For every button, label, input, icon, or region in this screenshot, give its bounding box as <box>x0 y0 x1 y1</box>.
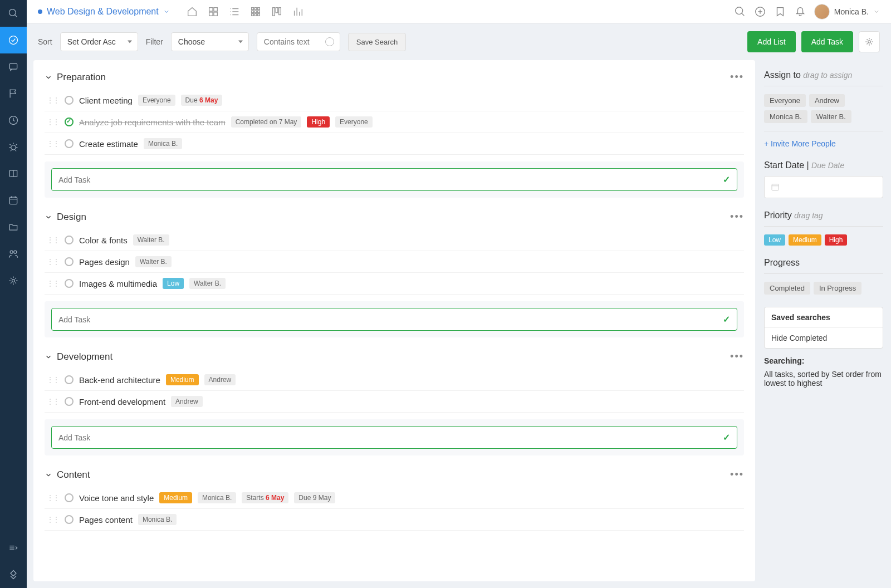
add-icon[interactable] <box>754 6 766 18</box>
bell-icon[interactable] <box>794 6 806 18</box>
priority-tag[interactable]: Medium <box>789 234 821 246</box>
nav-bug[interactable] <box>0 134 27 160</box>
list-menu[interactable]: ••• <box>730 71 744 83</box>
task-check[interactable] <box>65 257 74 266</box>
task-tag[interactable]: Due 6 May <box>181 95 223 106</box>
search-input[interactable] <box>264 37 322 46</box>
task-tag[interactable]: Due 9 May <box>294 492 335 503</box>
task-tag[interactable]: Andrew <box>171 396 203 407</box>
task-check[interactable] <box>65 375 74 384</box>
task-check[interactable] <box>65 493 74 502</box>
task-row[interactable]: ⋮⋮Images & multimediaLowWalter B. <box>45 273 744 295</box>
task-tag[interactable]: Walter B. <box>133 234 169 246</box>
nav-time[interactable] <box>0 107 27 134</box>
nav-tasks[interactable] <box>0 27 27 53</box>
drag-handle[interactable]: ⋮⋮ <box>47 516 59 523</box>
task-row[interactable]: ⋮⋮Front-end developmentAndrew <box>45 391 744 413</box>
nav-book[interactable] <box>0 160 27 187</box>
drag-handle[interactable]: ⋮⋮ <box>47 494 59 502</box>
add-task-input[interactable] <box>58 315 723 324</box>
task-check[interactable] <box>65 117 74 126</box>
drag-handle[interactable]: ⋮⋮ <box>47 140 59 148</box>
view-board[interactable] <box>270 5 283 18</box>
add-task-confirm[interactable]: ✓ <box>723 174 730 185</box>
sort-select[interactable]: Set Order Asc <box>60 32 138 51</box>
search-icon[interactable] <box>734 6 746 18</box>
list-header[interactable]: Design••• <box>45 200 744 229</box>
task-tag[interactable]: Everyone <box>335 116 373 128</box>
nav-chat[interactable] <box>0 53 27 80</box>
task-check[interactable] <box>65 515 74 524</box>
task-tag[interactable]: Medium <box>166 374 199 385</box>
settings-button[interactable] <box>859 31 880 52</box>
drag-handle[interactable]: ⋮⋮ <box>47 280 59 287</box>
assignee-tag[interactable]: Monica B. <box>764 110 807 123</box>
view-grid[interactable] <box>207 5 220 18</box>
task-row[interactable]: ⋮⋮Voice tone and styleMediumMonica B.Sta… <box>45 487 744 509</box>
add-task-input[interactable] <box>58 433 723 442</box>
task-tag[interactable]: Walter B. <box>135 256 172 267</box>
task-check[interactable] <box>65 397 74 406</box>
task-row[interactable]: ⋮⋮Color & fontsWalter B. <box>45 229 744 251</box>
add-task-input-wrap[interactable]: ✓ <box>51 168 737 191</box>
list-header[interactable]: Development••• <box>45 340 744 369</box>
view-list[interactable] <box>228 5 241 18</box>
task-tag[interactable]: Walter B. <box>189 278 226 289</box>
add-task-input[interactable] <box>58 175 723 184</box>
nav-brand[interactable] <box>0 561 27 588</box>
progress-tag[interactable]: In Progress <box>814 282 861 295</box>
task-check[interactable] <box>65 236 74 244</box>
bookmark-icon[interactable] <box>774 6 786 18</box>
add-list-button[interactable]: Add List <box>747 31 796 52</box>
drag-handle[interactable]: ⋮⋮ <box>47 96 59 104</box>
nav-flag[interactable] <box>0 80 27 107</box>
project-selector[interactable]: Web Design & Development <box>38 7 170 17</box>
user-menu[interactable]: Monica B. <box>814 4 880 19</box>
add-task-confirm[interactable]: ✓ <box>723 432 730 443</box>
task-tag[interactable]: Monica B. <box>198 492 236 503</box>
drag-handle[interactable]: ⋮⋮ <box>47 118 59 126</box>
drag-handle[interactable]: ⋮⋮ <box>47 376 59 384</box>
assignee-tag[interactable]: Andrew <box>809 94 845 107</box>
date-picker[interactable] <box>764 176 883 198</box>
view-chart[interactable] <box>291 5 305 18</box>
nav-files[interactable] <box>0 214 27 241</box>
view-home[interactable] <box>185 5 199 18</box>
assignee-tag[interactable]: Everyone <box>764 94 806 107</box>
nav-calendar[interactable] <box>0 187 27 214</box>
filter-select[interactable]: Choose <box>171 32 249 51</box>
task-tag[interactable]: High <box>307 116 330 128</box>
saved-search-item[interactable]: Hide Completed <box>765 328 883 348</box>
task-row[interactable]: ⋮⋮Back-end architectureMediumAndrew <box>45 369 744 391</box>
drag-handle[interactable]: ⋮⋮ <box>47 258 59 266</box>
invite-link[interactable]: + Invite More People <box>764 139 883 148</box>
progress-tag[interactable]: Completed <box>764 282 810 295</box>
task-row[interactable]: ⋮⋮Create estimateMonica B. <box>45 133 744 155</box>
task-tag[interactable]: Andrew <box>204 374 236 385</box>
list-menu[interactable]: ••• <box>730 469 744 481</box>
task-row[interactable]: ⋮⋮Analyze job requirements with the team… <box>45 111 744 133</box>
priority-tag[interactable]: High <box>825 234 848 246</box>
task-check[interactable] <box>65 279 74 288</box>
add-task-input-wrap[interactable]: ✓ <box>51 426 737 449</box>
task-tag[interactable]: Medium <box>159 492 192 503</box>
task-tag[interactable]: Low <box>163 278 184 289</box>
add-task-confirm[interactable]: ✓ <box>723 314 730 325</box>
add-task-input-wrap[interactable]: ✓ <box>51 308 737 331</box>
task-tag[interactable]: Monica B. <box>144 138 182 149</box>
assignee-tag[interactable]: Walter B. <box>811 110 851 123</box>
drag-handle[interactable]: ⋮⋮ <box>47 236 59 244</box>
nav-settings[interactable] <box>0 267 27 294</box>
nav-search[interactable] <box>0 0 27 27</box>
task-row[interactable]: ⋮⋮Pages designWalter B. <box>45 251 744 273</box>
nav-people[interactable] <box>0 241 27 267</box>
list-header[interactable]: Preparation••• <box>45 60 744 90</box>
search-box[interactable] <box>257 32 340 51</box>
task-row[interactable]: ⋮⋮Pages contentMonica B. <box>45 509 744 531</box>
list-header[interactable]: Content••• <box>45 458 744 487</box>
task-check[interactable] <box>65 96 74 105</box>
list-menu[interactable]: ••• <box>730 351 744 362</box>
drag-handle[interactable]: ⋮⋮ <box>47 398 59 405</box>
task-tag[interactable]: Starts 6 May <box>242 492 288 503</box>
add-task-button[interactable]: Add Task <box>801 31 853 52</box>
